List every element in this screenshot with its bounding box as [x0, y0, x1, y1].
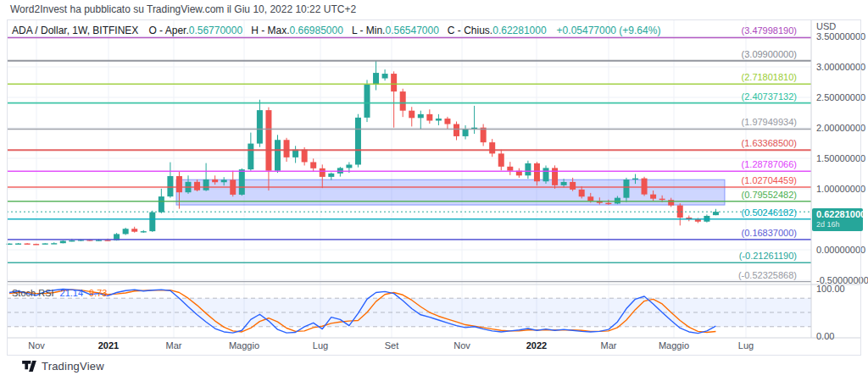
candle-body	[552, 168, 558, 185]
ohlc-low: L - Min.0.56547000	[352, 25, 439, 36]
stoch-rsi-title: Stoch RSI	[12, 288, 54, 298]
candle-body	[453, 124, 459, 136]
candle-body	[33, 244, 39, 245]
candle-body	[364, 85, 370, 118]
time-tick-label[interactable]: Set	[385, 340, 399, 351]
candle-body	[507, 167, 513, 171]
last-price-badge: 0.62281000 2d 16h	[812, 208, 863, 231]
candle-body	[713, 212, 719, 215]
candle-body	[149, 213, 155, 231]
candle-body	[481, 128, 487, 142]
candle-body	[642, 179, 648, 195]
candle-body	[131, 229, 137, 231]
candle-body	[373, 73, 379, 85]
candle-body	[284, 140, 290, 157]
candle-body	[525, 163, 531, 175]
candle-body	[400, 91, 406, 111]
indicator-tick-label[interactable]: 0.00	[816, 331, 834, 341]
candle-body	[248, 144, 253, 170]
symbol-name: ADA / Dollar, 1W, BITFINEX	[12, 25, 138, 36]
chart-canvas[interactable]: (3.47998190)(3.09900000)(2.71801810)(2.4…	[0, 0, 868, 381]
candle-body	[176, 176, 182, 192]
time-tick-label[interactable]: Mar	[166, 340, 182, 351]
price-level-label: (0.50246182)	[742, 207, 797, 218]
price-tick-label[interactable]: 3.00000000	[816, 62, 865, 72]
time-tick-label[interactable]: Nov	[453, 340, 470, 351]
candle-body	[221, 179, 227, 182]
time-tick-label[interactable]: Lug	[738, 340, 754, 351]
tradingview-watermark[interactable]: TradingView	[22, 360, 104, 373]
price-level-label: (1.63368500)	[742, 138, 797, 148]
time-tick-label[interactable]: Nov	[28, 340, 45, 351]
price-level-label: (0.16837000)	[742, 228, 797, 238]
candle-body	[426, 114, 432, 121]
price-level-label: (-0.21261190)	[739, 251, 797, 261]
candle-body	[579, 190, 585, 196]
price-tick-label[interactable]: 1.50000000	[816, 153, 865, 163]
price-level-label: (2.71801810)	[742, 72, 797, 82]
last-price-value: 0.62281000	[816, 209, 863, 220]
candle-body	[391, 74, 397, 91]
stoch-rsi-legend[interactable]: Stoch RSI 21.14 9.73	[12, 288, 107, 298]
price-level-label: (0.79552482)	[742, 190, 797, 200]
time-tick-label[interactable]: 2022	[526, 340, 547, 351]
price-tick-label[interactable]: 1.00000000	[816, 184, 865, 194]
price-level-label: (-0.52325868)	[738, 270, 797, 280]
time-tick-label[interactable]: Maggio	[659, 340, 689, 351]
ohlc-open: O - Aper.0.56770000	[148, 25, 242, 36]
time-tick-label[interactable]: Lug	[313, 340, 328, 351]
candle-body	[123, 229, 129, 234]
indicator-tick-label[interactable]: 100.00	[816, 284, 845, 294]
price-tick-label[interactable]: 2.00000000	[816, 123, 865, 133]
candle-body	[570, 182, 576, 190]
ohlc-high: H - Max.0.66985000	[251, 25, 343, 36]
candle-body	[167, 176, 173, 196]
currency-label: USD	[816, 21, 836, 31]
candle-body	[587, 196, 593, 201]
stoch-band-fill	[7, 298, 811, 327]
symbol-title-bar[interactable]: ADA / Dollar, 1W, BITFINEX O - Aper.0.56…	[12, 24, 660, 37]
stoch-k-value: 21.14	[60, 288, 84, 298]
tradingview-watermark-label: TradingView	[42, 360, 104, 373]
candle-body	[310, 162, 316, 168]
price-tick-label[interactable]: 0.00000000	[816, 245, 865, 255]
candle-body	[60, 240, 66, 243]
price-tick-label[interactable]: 2.50000000	[816, 92, 865, 102]
candle-body	[489, 142, 495, 153]
candle-body	[239, 169, 245, 195]
time-tick-label[interactable]: Mar	[601, 340, 617, 351]
candle-body	[302, 150, 308, 163]
candle-body	[623, 179, 629, 198]
stoch-d-value: 9.73	[89, 288, 107, 298]
candle-body	[632, 179, 638, 179]
candle-body	[409, 111, 415, 119]
candle-body	[69, 240, 75, 241]
price-level-label: (2.40737132)	[742, 91, 797, 102]
price-level-label: (3.09900000)	[742, 49, 797, 59]
ohlc-close: C - Chius.0.62281000	[448, 25, 547, 36]
candle-body	[42, 243, 48, 244]
candle-body	[463, 129, 469, 136]
price-level-label: (1.28787066)	[742, 159, 797, 169]
time-tick-label[interactable]: 2021	[98, 340, 119, 351]
tradingview-published-chart: Word2Invest ha pubblicato su TradingView…	[0, 0, 868, 381]
candle-body	[543, 168, 549, 181]
price-tick-label[interactable]: 3.50000000	[816, 31, 865, 41]
candle-body	[328, 174, 334, 177]
candle-body	[7, 244, 13, 245]
candle-body	[141, 231, 147, 232]
candle-body	[194, 182, 200, 190]
candle-body	[418, 114, 424, 118]
candle-body	[159, 196, 164, 213]
candle-body	[257, 110, 263, 143]
candle-body	[382, 74, 388, 78]
time-tick-label[interactable]: Maggio	[229, 340, 259, 351]
candle-body	[355, 118, 361, 165]
candle-body	[275, 140, 281, 170]
candle-body	[15, 244, 21, 245]
candle-body	[212, 179, 218, 182]
tradingview-logo-icon	[22, 361, 36, 372]
candle-body	[534, 163, 540, 181]
price-level-label: (3.47998190)	[742, 25, 797, 36]
candle-body	[203, 179, 209, 190]
